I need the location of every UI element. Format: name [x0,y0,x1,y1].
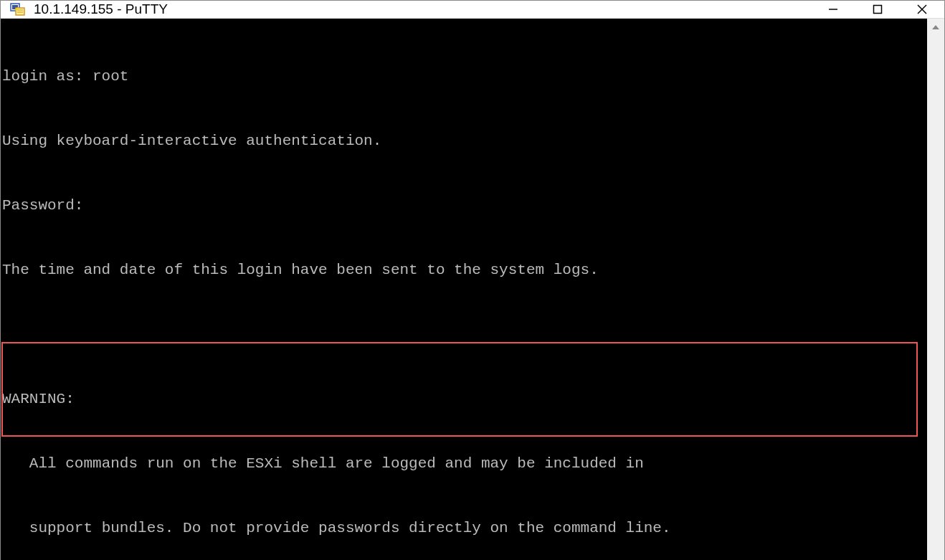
window: 10.1.149.155 - PuTTY login as: root Usin… [0,0,945,560]
close-button[interactable] [900,1,944,18]
terminal-line: All commands run on the ESXi shell are l… [2,453,926,475]
svg-rect-6 [874,6,882,14]
minimize-button[interactable] [811,1,855,18]
window-controls [811,1,944,18]
terminal-line [2,324,926,346]
terminal-line: Password: [2,195,926,217]
terminal-line: Using keyboard-interactive authenticatio… [2,130,926,152]
terminal-area: login as: root Using keyboard-interactiv… [1,19,944,560]
terminal[interactable]: login as: root Using keyboard-interactiv… [1,19,927,560]
scrollbar-up-arrow[interactable] [927,19,944,36]
window-title: 10.1.149.155 - PuTTY [34,1,811,17]
scrollbar[interactable] [927,19,944,560]
titlebar[interactable]: 10.1.149.155 - PuTTY [1,1,944,19]
terminal-line: login as: root [2,66,926,87]
terminal-line: The time and date of this login have bee… [2,260,926,281]
putty-icon [9,1,27,18]
maximize-button[interactable] [855,1,900,18]
terminal-line: WARNING: [2,389,926,410]
scrollbar-track[interactable] [927,36,944,560]
terminal-line: support bundles. Do not provide password… [2,518,926,539]
